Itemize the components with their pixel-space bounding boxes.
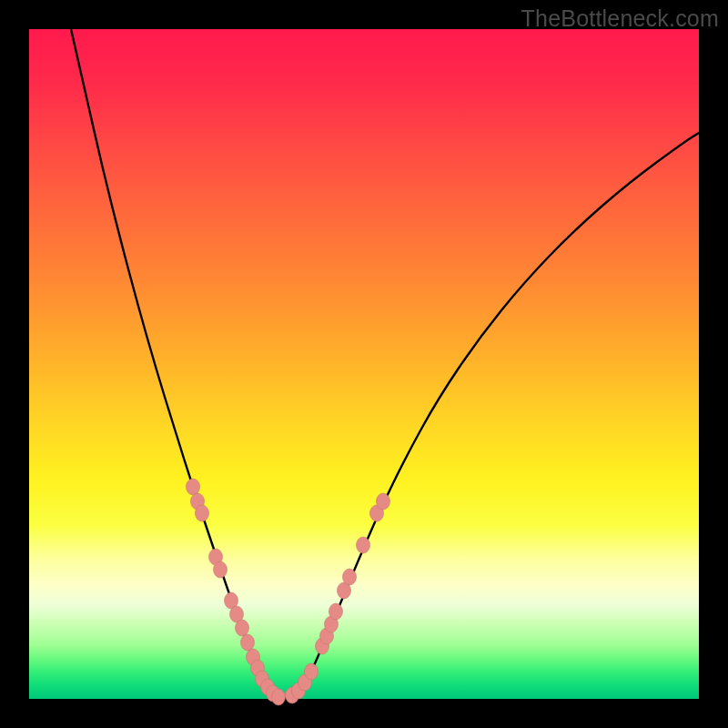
data-marker: [214, 561, 228, 578]
data-marker: [343, 569, 357, 585]
data-marker: [329, 603, 343, 620]
right-curve: [284, 133, 699, 698]
data-marker: [196, 505, 209, 521]
data-marker: [236, 620, 249, 636]
chart-svg: [29, 29, 699, 699]
left-curve: [71, 29, 284, 698]
data-marker: [357, 537, 370, 553]
markers-left: [187, 479, 286, 705]
data-marker: [241, 634, 255, 651]
data-marker: [187, 479, 200, 495]
plot-area: [29, 29, 699, 699]
data-marker: [305, 663, 318, 680]
watermark-text: TheBottleneck.com: [521, 5, 719, 32]
data-marker: [377, 493, 390, 510]
data-marker: [272, 689, 286, 705]
chart-frame: TheBottleneck.com: [0, 0, 728, 728]
